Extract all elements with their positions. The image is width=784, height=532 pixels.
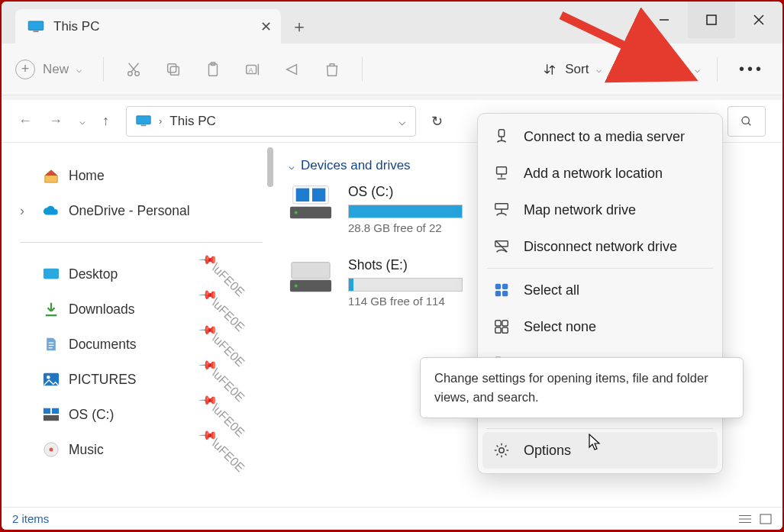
- monitor-icon: [27, 21, 44, 33]
- rename-icon[interactable]: A: [244, 61, 261, 78]
- sidebar-item-desktop[interactable]: Desktop 📌\uFE0E: [20, 256, 263, 292]
- details-view-icon[interactable]: [738, 514, 752, 524]
- download-icon: [43, 301, 60, 317]
- disconnect-drive-icon: [493, 238, 510, 255]
- svg-point-36: [50, 448, 53, 452]
- svg-point-7: [135, 71, 140, 76]
- drive-subtext: 28.8 GB free of 22: [348, 221, 463, 234]
- new-button[interactable]: + New ⌵: [15, 60, 82, 79]
- menu-select-all[interactable]: Select all: [482, 272, 718, 308]
- drive-usage-bar: [348, 205, 463, 218]
- svg-point-6: [128, 71, 133, 76]
- separator: [717, 57, 718, 82]
- separator: [487, 428, 713, 429]
- svg-rect-51: [497, 167, 507, 174]
- chevron-right-icon: ›: [159, 115, 162, 127]
- svg-rect-32: [44, 408, 50, 414]
- large-icons-view-icon[interactable]: [760, 514, 772, 524]
- sidebar-item-onedrive[interactable]: › OneDrive - Personal: [20, 193, 263, 228]
- menu-connect-media-server[interactable]: Connect to a media server: [482, 118, 718, 155]
- drive-usage-bar: [348, 278, 463, 292]
- svg-rect-34: [44, 415, 59, 421]
- menu-add-network-location[interactable]: Add a network location: [482, 155, 718, 192]
- svg-rect-29: [49, 347, 53, 348]
- drive-icon: [43, 407, 60, 422]
- more-button[interactable]: •••: [734, 60, 769, 78]
- new-tab-button[interactable]: ＋: [281, 9, 318, 44]
- svg-rect-42: [292, 263, 330, 279]
- svg-rect-62: [495, 321, 501, 326]
- svg-line-24: [748, 123, 750, 125]
- annotation-arrow: [553, 8, 706, 92]
- refresh-button[interactable]: ↻: [431, 113, 443, 130]
- sidebar-item-pictures[interactable]: PICTURES 📌\uFE0E: [20, 362, 263, 397]
- menu-disconnect-network-drive[interactable]: Disconnect network drive: [482, 228, 718, 265]
- svg-point-31: [47, 376, 50, 379]
- cut-icon[interactable]: [125, 61, 142, 78]
- sidebar-label: Documents: [69, 337, 137, 353]
- svg-rect-58: [495, 284, 501, 289]
- clipboard-group: A: [125, 61, 340, 78]
- address-bar[interactable]: › This PC ⌵: [126, 106, 416, 137]
- svg-rect-33: [52, 408, 59, 414]
- menu-label: Disconnect network drive: [524, 239, 677, 255]
- svg-rect-49: [498, 130, 504, 137]
- sidebar: Home › OneDrive - Personal Desktop 📌\uFE…: [2, 143, 270, 507]
- menu-select-none[interactable]: Select none: [482, 308, 718, 345]
- svg-line-70: [561, 15, 676, 70]
- svg-rect-22: [141, 125, 147, 127]
- back-button[interactable]: ←: [18, 113, 32, 129]
- chevron-down-icon[interactable]: ⌵: [398, 114, 406, 128]
- tab-this-pc[interactable]: This PC ✕: [15, 9, 281, 44]
- statusbar: 2 items: [2, 507, 782, 530]
- copy-icon[interactable]: [165, 61, 182, 78]
- svg-point-69: [499, 448, 504, 453]
- map-drive-icon: [493, 202, 510, 218]
- tab-close-icon[interactable]: ✕: [260, 18, 272, 35]
- share-icon[interactable]: [284, 61, 301, 78]
- menu-label: Connect to a media server: [524, 129, 685, 145]
- menu-map-network-drive[interactable]: Map network drive: [482, 192, 718, 228]
- scrollbar[interactable]: [267, 147, 273, 187]
- menu-label: Select all: [524, 282, 579, 298]
- svg-rect-39: [312, 189, 325, 202]
- monitor-icon: [136, 115, 151, 127]
- drive-subtext: 114 GB free of 114: [348, 295, 463, 308]
- delete-icon[interactable]: [324, 61, 340, 78]
- sidebar-item-os-c[interactable]: OS (C:) 📌\uFE0E: [20, 397, 263, 432]
- svg-rect-38: [296, 189, 309, 202]
- svg-rect-28: [49, 345, 54, 346]
- up-button[interactable]: ↑: [102, 113, 109, 129]
- music-icon: [43, 442, 60, 457]
- drive-label: Shots (E:): [348, 257, 463, 273]
- svg-rect-27: [49, 343, 54, 343]
- tab-title: This PC: [53, 19, 99, 34]
- select-none-icon: [493, 318, 510, 335]
- menu-label: Add a network location: [524, 166, 663, 182]
- close-button[interactable]: [735, 2, 782, 38]
- cloud-icon: [43, 203, 60, 218]
- svg-rect-54: [495, 204, 508, 209]
- paste-icon[interactable]: [205, 61, 221, 78]
- svg-rect-21: [137, 116, 150, 124]
- sidebar-item-documents[interactable]: Documents 📌\uFE0E: [20, 327, 263, 362]
- menu-label: Map network drive: [524, 202, 636, 218]
- network-location-icon: [493, 165, 510, 182]
- sidebar-item-music[interactable]: Music 📌\uFE0E: [20, 432, 263, 467]
- recent-button[interactable]: ⌵: [79, 115, 85, 127]
- forward-button[interactable]: →: [49, 113, 63, 129]
- separator: [362, 57, 363, 82]
- breadcrumb-this-pc[interactable]: This PC: [169, 114, 215, 129]
- sidebar-label: OneDrive - Personal: [69, 203, 190, 219]
- pin-icon: 📌\uFE0E: [198, 424, 247, 474]
- sidebar-label: Downloads: [69, 301, 135, 318]
- separator: [103, 57, 104, 82]
- sidebar-item-downloads[interactable]: Downloads 📌\uFE0E: [20, 292, 263, 327]
- svg-rect-3: [707, 15, 716, 24]
- sidebar-item-home[interactable]: Home: [20, 158, 263, 193]
- desktop-icon: [43, 266, 60, 282]
- svg-rect-10: [170, 66, 179, 75]
- search-icon: [740, 115, 753, 127]
- search-box[interactable]: [728, 106, 766, 137]
- svg-rect-65: [502, 327, 508, 333]
